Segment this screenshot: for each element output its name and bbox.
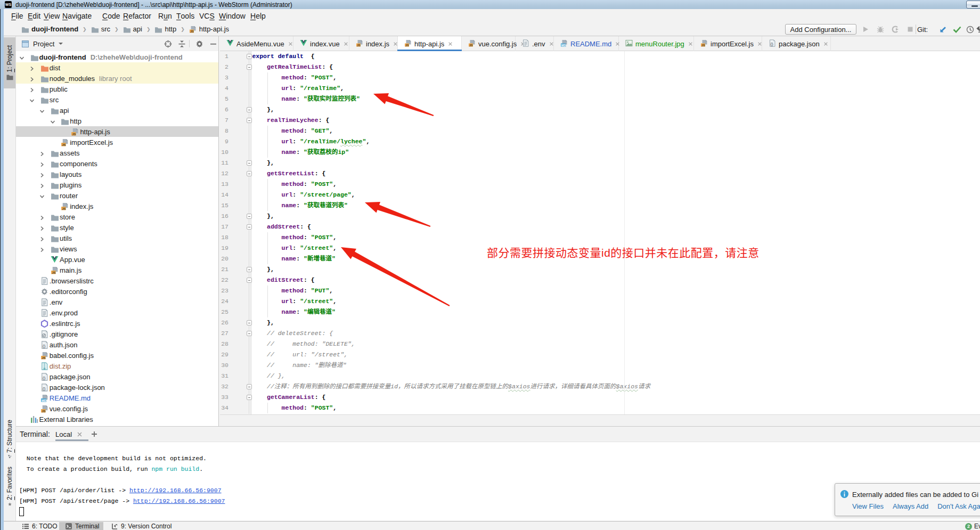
editor-tab-package.json[interactable]: {}package.json — [762, 36, 831, 51]
tree-item-vue.config.js[interactable]: JSvue.config.js — [16, 403, 218, 414]
tree-item-.browserslistrc[interactable]: .browserslistrc — [16, 275, 218, 286]
menu-navigate[interactable]: Navigate — [62, 9, 92, 22]
tree-item-.env.prod[interactable]: .env.prod — [16, 307, 218, 318]
fold-marker-icon[interactable] — [247, 384, 252, 389]
tree-item-auth.json[interactable]: {}auth.json — [16, 339, 218, 350]
git-revert-icon[interactable] — [975, 24, 980, 35]
git-commit-icon[interactable] — [953, 24, 961, 35]
tab-close-button[interactable] — [757, 40, 762, 48]
tree-item-dist[interactable]: dist — [16, 62, 218, 73]
notification-action-view-files[interactable]: View Files — [852, 502, 884, 510]
chevron-right-icon[interactable] — [39, 173, 45, 178]
tree-item-utils[interactable]: utils — [16, 233, 218, 243]
chevron-right-icon[interactable] — [39, 226, 45, 231]
fold-marker-icon[interactable] — [247, 267, 252, 272]
breadcrumb-item-http-api.js[interactable]: JShttp-api.js — [189, 25, 229, 33]
debug-icon[interactable] — [876, 24, 885, 35]
tab-close-button[interactable] — [549, 40, 554, 48]
tree-item-style[interactable]: style — [16, 222, 218, 233]
tree-item-importExcel.js[interactable]: JSimportExcel.js — [16, 137, 218, 148]
tree-item-src[interactable]: src — [16, 94, 218, 105]
tree-item-dist.zip[interactable]: dist.zip — [16, 361, 218, 371]
editor-tab-importExcel.js[interactable]: JSimportExcel.js — [694, 36, 762, 51]
hide-icon[interactable] — [209, 39, 217, 48]
tree-item-store[interactable]: store — [16, 211, 218, 222]
tree-item-http[interactable]: http — [16, 116, 218, 126]
chevron-down-icon[interactable] — [39, 109, 45, 114]
chevron-right-icon[interactable] — [39, 151, 45, 157]
editor-tab-menuRouter.jpg[interactable]: menuRouter.jpg — [619, 36, 694, 51]
stop-icon[interactable] — [906, 24, 914, 35]
tree-item-index.js[interactable]: JSindex.js — [16, 201, 218, 211]
notification-action-don't-ask-agai[interactable]: Don't Ask Agai — [937, 502, 980, 510]
tree-item-.gitignore[interactable]: .gitignore — [16, 329, 218, 339]
menu-code[interactable]: Code — [102, 9, 120, 22]
tree-item-README.md[interactable]: MDREADME.md — [16, 393, 218, 403]
tree-item-.env[interactable]: .env — [16, 297, 218, 307]
collapse-all-icon[interactable] — [177, 39, 186, 48]
tree-item-node_modules[interactable]: node_moduleslibrary root — [16, 73, 218, 84]
chevron-right-icon[interactable] — [39, 247, 45, 252]
editor-tab-index.js[interactable]: JSindex.js — [349, 36, 398, 51]
fold-marker-icon[interactable] — [247, 64, 252, 70]
fold-marker-icon[interactable] — [247, 395, 252, 400]
fold-marker-icon[interactable] — [247, 214, 252, 219]
chevron-right-icon[interactable] — [39, 162, 45, 167]
menu-file[interactable]: File — [11, 9, 23, 22]
tree-item-api[interactable]: api — [16, 105, 218, 116]
tool-button-structure[interactable]: 7: Structure — [4, 420, 15, 458]
coverage-icon[interactable] — [891, 24, 900, 35]
tab-close-button[interactable] — [393, 40, 398, 48]
breadcrumb-item-api[interactable]: api — [123, 25, 142, 33]
tree-item-duoji-frontend[interactable]: duoji-frontendD:\zheheWeb\duoji-frontend — [16, 52, 218, 62]
tree-item-babel.config.js[interactable]: JSbabel.config.js — [16, 350, 218, 361]
breadcrumb-item-http[interactable]: http — [154, 25, 176, 33]
status-event-log[interactable]: 2 Ev — [965, 522, 980, 530]
tree-item-App.vue[interactable]: App.vue — [16, 254, 218, 265]
menu-run[interactable]: Run — [158, 9, 172, 22]
tree-item-External Libraries[interactable]: External Libraries — [16, 414, 218, 425]
status-version-control[interactable]: 9: Version Control — [112, 522, 172, 530]
tree-item-main.js[interactable]: JSmain.js — [16, 265, 218, 275]
editor-tab-http-api.js[interactable]: JShttp-api.js — [398, 36, 462, 51]
editor-tab-AsideMenu.vue[interactable]: AsideMenu.vue — [220, 36, 293, 51]
project-view-selector[interactable]: Project — [22, 36, 63, 51]
breadcrumb-item-duoji-frontend[interactable]: duoji-frontend — [21, 25, 78, 33]
menu-vcs[interactable]: VCS — [199, 9, 215, 22]
chevron-right-icon[interactable] — [29, 77, 35, 82]
editor-tab-vue.config.js[interactable]: JSvue.config.js — [462, 36, 516, 51]
chevron-right-icon[interactable] — [39, 183, 45, 189]
tool-button-favorites[interactable]: 2: Favorites — [4, 467, 15, 506]
tree-item-plugins[interactable]: plugins — [16, 180, 218, 190]
tree-item-package-lock.json[interactable]: {}package-lock.json — [16, 382, 218, 393]
breadcrumb-item-src[interactable]: src — [91, 25, 110, 33]
minimize-button[interactable] — [966, 1, 980, 9]
git-history-icon[interactable] — [966, 24, 974, 35]
tree-item-http-api.js[interactable]: JShttp-api.js — [16, 126, 218, 137]
editor-tab-.env[interactable]: .env — [516, 36, 554, 51]
chevron-right-icon[interactable] — [39, 215, 45, 221]
fold-marker-icon[interactable] — [247, 54, 252, 59]
menu-window[interactable]: Window — [219, 9, 246, 22]
chevron-down-icon[interactable] — [50, 119, 55, 125]
menu-refactor[interactable]: Refactor — [123, 9, 151, 22]
menu-tools[interactable]: Tools — [176, 9, 194, 22]
locate-icon[interactable] — [164, 39, 172, 48]
tree-item-public[interactable]: public — [16, 84, 218, 94]
chevron-down-icon[interactable] — [39, 194, 45, 199]
git-update-icon[interactable] — [938, 24, 947, 35]
fold-marker-icon[interactable] — [247, 224, 252, 230]
tree-item-.editorconfig[interactable]: .editorconfig — [16, 286, 218, 297]
chevron-right-icon[interactable] — [29, 66, 35, 71]
tree-item-router[interactable]: router — [16, 190, 218, 201]
status-terminal[interactable]: Terminal — [59, 522, 103, 530]
tool-button-project[interactable]: 1: Project — [4, 37, 15, 88]
run-icon[interactable] — [861, 24, 870, 35]
tab-close-button[interactable] — [344, 40, 348, 48]
chevron-right-icon[interactable] — [39, 237, 45, 242]
tab-close-button[interactable] — [448, 40, 453, 48]
fold-marker-icon[interactable] — [247, 331, 252, 336]
fold-marker-icon[interactable] — [247, 171, 252, 176]
chevron-right-icon[interactable] — [29, 87, 35, 93]
gear-icon[interactable] — [195, 39, 203, 48]
